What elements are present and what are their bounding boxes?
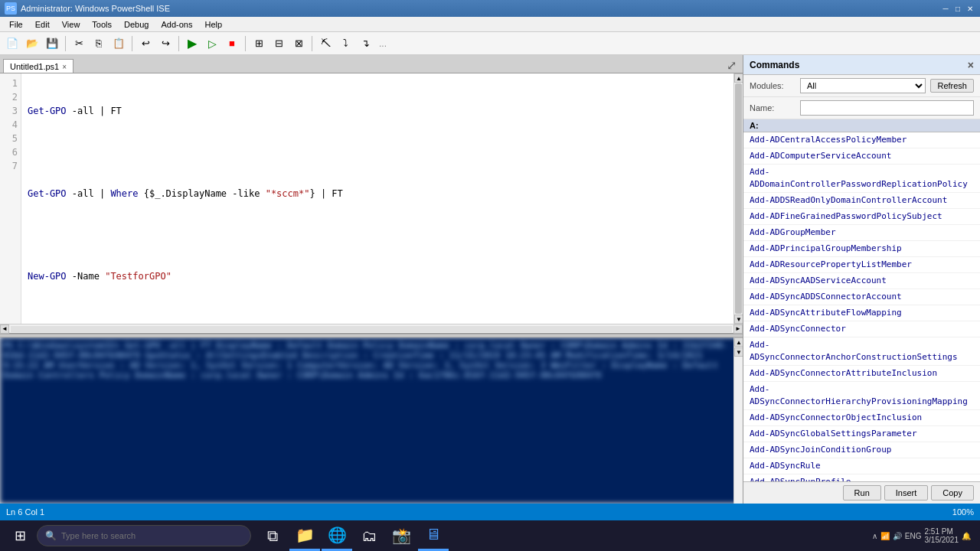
save-button[interactable]: 💾 (43, 34, 61, 53)
console-vertical-scrollbar[interactable]: ▲ ▼ (733, 337, 743, 504)
console-scroll-up[interactable]: ▲ (734, 337, 743, 347)
menu-help[interactable]: Help (198, 18, 228, 31)
scroll-down-arrow[interactable]: ▼ (734, 315, 743, 324)
minimize-button[interactable]: ─ (940, 3, 951, 14)
scroll-thumb[interactable] (735, 83, 742, 314)
close-button[interactable]: ✕ (965, 3, 975, 14)
cut-button[interactable]: ✂ (70, 34, 88, 53)
script-tab[interactable]: Untitled1.ps1 × (3, 59, 74, 73)
run-button[interactable]: ▶ (183, 34, 201, 53)
command-list-item[interactable]: Add-ADSyncConnectorAttributeInclusion (743, 366, 980, 382)
command-list-item[interactable]: Add-ADDomainControllerPasswordReplicatio… (743, 165, 980, 193)
window-controls[interactable]: ─ □ ✕ (940, 3, 975, 14)
commands-list-container: A: Add-ADCentralAccessPolicyMemberAdd-AD… (743, 119, 980, 481)
h-scroll-track[interactable] (11, 326, 732, 332)
title-bar: PS Administrator: Windows PowerShell ISE… (0, 0, 980, 17)
editor-vertical-scrollbar[interactable]: ▲ ▼ (733, 73, 743, 324)
taskbar-search[interactable]: 🔍 (37, 525, 251, 546)
code-line-2 (28, 145, 727, 159)
menu-edit[interactable]: Edit (29, 18, 56, 31)
command-list-item[interactable]: Add-ADSyncAADServiceAccount (743, 273, 980, 289)
maximize-button[interactable]: □ (952, 3, 963, 14)
command-list-item[interactable]: Add-ADSyncJoinConditionGroup (743, 442, 980, 458)
console-output[interactable]: PS C:\Windows\system32> Get-GPO -all | F… (0, 337, 743, 504)
command-list-item[interactable]: Add-ADSyncGlobalSettingsParameter (743, 426, 980, 442)
taskbar-right: ∧ 📶 🔊 ENG 2:51 PM 3/15/2021 🔔 (872, 527, 977, 544)
command-list-item[interactable]: Add-ADSyncADDSConnectorAccount (743, 289, 980, 305)
command-list-item[interactable]: Add-ADDSReadOnlyDomainControllerAccount (743, 193, 980, 209)
scroll-right-arrow[interactable]: ► (733, 324, 743, 334)
code-area[interactable]: Get-GPO -all | FT Get-GPO -all | Where {… (21, 73, 733, 324)
command-list-item[interactable]: Add-ADSyncConnectorHierarchyProvisioning… (743, 382, 980, 410)
taskbar: ⊞ 🔍 ⧉ 📁 🌐 🗂 📸 🖥 ∧ 📶 🔊 ENG 2:51 PM 3/15/2… (0, 520, 980, 551)
start-debugging-button[interactable]: ⛏ (316, 34, 335, 53)
powershell-icon[interactable]: 🖥 (418, 520, 449, 551)
toolbar: 📄 📂 💾 ✂ ⎘ 📋 ↩ ↪ ▶ ▷ ■ ⊞ ⊟ ⊠ ⛏ ⤵ ↴ ... (0, 32, 980, 55)
menu-file[interactable]: File (3, 18, 29, 31)
task-view-button[interactable]: ⧉ (257, 520, 288, 551)
copy-button[interactable]: ⎘ (90, 34, 108, 53)
step-over-button[interactable]: ⤵ (336, 34, 354, 53)
clock: 2:51 PM 3/15/2021 (925, 527, 959, 544)
command-list-item[interactable]: Add-ADComputerServiceAccount (743, 148, 980, 165)
open-button[interactable]: 📂 (23, 34, 41, 53)
step-into-button[interactable]: ↴ (356, 34, 374, 53)
notification-icon[interactable]: 🔔 (962, 532, 971, 540)
console-scroll-down[interactable]: ▼ (734, 347, 743, 357)
editor-horizontal-scrollbar[interactable]: ◄ ► (0, 324, 743, 333)
start-button[interactable]: ⊞ (3, 520, 37, 551)
taskbar-up-arrow[interactable]: ∧ (872, 532, 877, 540)
commands-close-button[interactable]: × (968, 59, 974, 71)
line-num-2: 2 (0, 90, 21, 104)
paste-button[interactable]: 📋 (109, 34, 128, 53)
command-list-item[interactable]: Add-ADResourcePropertyListMember (743, 257, 980, 273)
menu-addons[interactable]: Add-ons (155, 18, 198, 31)
show-script-pane-button[interactable]: ⊟ (270, 34, 288, 53)
folder-icon[interactable]: 🗂 (354, 520, 384, 551)
stop-button[interactable]: ■ (223, 34, 241, 53)
show-command-window-button[interactable]: ⊞ (250, 34, 268, 53)
file-explorer-icon[interactable]: 📁 (289, 520, 320, 551)
command-list-item[interactable]: Add-ADGroupMember (743, 225, 980, 241)
run-command-button[interactable]: Run (843, 485, 881, 500)
copy-command-button[interactable]: Copy (931, 485, 974, 500)
menu-tools[interactable]: Tools (86, 18, 118, 31)
maximize-editor-button[interactable]: ⤢ (727, 59, 737, 72)
commands-title: Commands (750, 60, 799, 70)
menu-view[interactable]: View (56, 18, 87, 31)
command-list-item[interactable]: Add-ADCentralAccessPolicyMember (743, 132, 980, 148)
command-list-item[interactable]: Add-ADFineGrainedPasswordPolicySubject (743, 209, 980, 225)
snipping-icon[interactable]: 📸 (386, 520, 416, 551)
command-list-item[interactable]: Add-ADSyncConnector (743, 321, 980, 337)
new-button[interactable]: 📄 (3, 34, 21, 53)
menu-debug[interactable]: Debug (118, 18, 155, 31)
line-num-6: 6 (0, 145, 21, 159)
insert-command-button[interactable]: Insert (884, 485, 929, 500)
scroll-left-arrow[interactable]: ◄ (0, 324, 9, 334)
scroll-up-arrow[interactable]: ▲ (734, 73, 743, 83)
tab-label: Untitled1.ps1 (10, 62, 59, 71)
sep5 (312, 36, 312, 51)
undo-button[interactable]: ↩ (136, 34, 155, 53)
edge-icon[interactable]: 🌐 (322, 520, 352, 551)
network-icon: 📶 (880, 532, 890, 540)
name-filter-input[interactable] (800, 100, 974, 116)
command-list-item[interactable]: Add-ADSyncConnectorObjectInclusion (743, 410, 980, 426)
commands-footer: Run Insert Copy (743, 481, 980, 504)
command-list-item[interactable]: Add-ADSyncRule (743, 458, 980, 474)
command-list-item[interactable]: Add-ADSyncConnectorAnchorConstructionSet… (743, 337, 980, 366)
line-num-5: 5 (0, 132, 21, 145)
command-list-item[interactable]: Add-ADSyncAttributeFlowMapping (743, 305, 980, 321)
script-editor[interactable]: 1 2 3 4 5 6 7 Get-GPO -all | FT Get-GPO … (0, 73, 743, 324)
line-numbers: 1 2 3 4 5 6 7 (0, 73, 21, 324)
tab-close-button[interactable]: × (62, 63, 67, 71)
command-list-item[interactable]: Add-ADSyncRunProfile (743, 474, 980, 481)
taskbar-search-input[interactable] (61, 531, 243, 540)
refresh-button[interactable]: Refresh (930, 79, 974, 93)
modules-select[interactable]: All (800, 78, 926, 93)
volume-icon: 🔊 (893, 532, 902, 540)
command-list-item[interactable]: Add-ADPrincipalGroupMembership (743, 241, 980, 257)
run-selection-button[interactable]: ▷ (203, 34, 221, 53)
redo-button[interactable]: ↪ (156, 34, 175, 53)
show-script-pane-right-button[interactable]: ⊠ (289, 34, 308, 53)
